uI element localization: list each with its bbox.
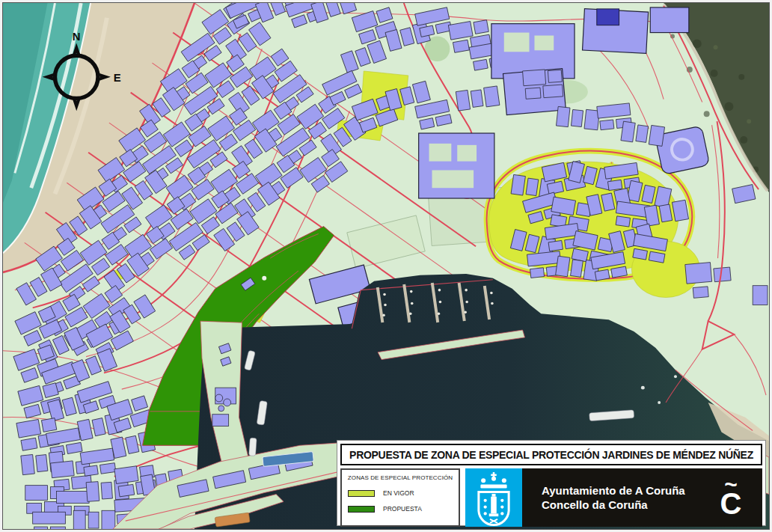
map-sheet: N E PROPUESTA DE ZONA DE ESPECIAL PROTEC…: [0, 0, 772, 532]
legend-swatch-propuesta: [348, 506, 375, 513]
legend-label-propuesta: PROPUESTA: [383, 505, 422, 513]
legend-box: ZONAS DE ESPECIAL PROTECCIÓN EN VIGOR PR…: [340, 468, 460, 527]
legend-swatch-en-vigor: [348, 490, 375, 497]
legend-label-en-vigor: EN VIGOR: [383, 489, 414, 497]
org-name: Ayuntamiento de A Coruña Concello da Cor…: [542, 483, 699, 513]
compass-north-label: N: [73, 31, 81, 43]
map-title: PROPUESTA DE ZONA DE ESPECIAL PROTECCIÓN…: [340, 444, 762, 465]
map-viewport: N E PROPUESTA DE ZONA DE ESPECIAL PROTEC…: [2, 2, 770, 530]
compass-east-label: E: [114, 72, 121, 84]
org-name-line2: Concello da Coruña: [542, 498, 699, 513]
coruna-c-logo-icon: ~ C: [699, 480, 762, 516]
org-name-line1: Ayuntamiento de A Coruña: [542, 483, 699, 498]
city-logo: Ayuntamiento de A Coruña Concello da Cor…: [465, 468, 762, 527]
coat-of-arms-icon: [465, 468, 522, 527]
info-panel: PROPUESTA DE ZONA DE ESPECIAL PROTECCIÓN…: [337, 440, 766, 526]
legend-item-propuesta: PROPUESTA: [348, 505, 459, 513]
logo-black-bar: Ayuntamiento de A Coruña Concello da Cor…: [522, 468, 762, 527]
legend-title: ZONAS DE ESPECIAL PROTECCIÓN: [342, 474, 459, 481]
legend-item-en-vigor: EN VIGOR: [348, 489, 459, 497]
